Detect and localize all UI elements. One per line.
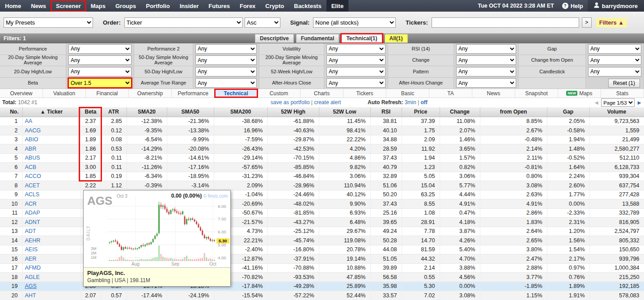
order-direction-select[interactable]: Asc [245, 17, 280, 28]
ticker-link-afmd[interactable]: AFMD [25, 265, 41, 271]
col-header-change[interactable]: Change [440, 107, 480, 117]
col-header-atr[interactable]: ATR [101, 107, 127, 117]
filter-select-rsi-14-[interactable]: Any [456, 44, 516, 54]
ticker-link-adap[interactable]: ADAP [25, 210, 40, 216]
col-header-price[interactable]: Price [402, 107, 440, 117]
ticker-link-acr[interactable]: ACR [25, 201, 37, 207]
ticker-link-aer[interactable]: AER [25, 256, 37, 262]
view-tab-valuation[interactable]: Valuation [43, 89, 86, 97]
ticker-link-acls[interactable]: ACLS [25, 191, 40, 198]
nav-item-insider[interactable]: Insider [175, 0, 204, 12]
view-tab-stats[interactable]: Stats [601, 89, 644, 97]
view-tab-tickers[interactable]: Tickers [343, 89, 386, 97]
ticker-link-adt[interactable]: ADT [25, 228, 36, 234]
col-header-sma200[interactable]: SMA200 [214, 107, 267, 117]
ticker-link-ags[interactable]: AGS [25, 283, 37, 289]
ticker-link-abus[interactable]: ABUS [25, 155, 40, 161]
filter-select-performance-2[interactable]: Any [195, 44, 257, 54]
view-tab-financial[interactable]: Financial [86, 89, 129, 97]
view-tab-maps[interactable]: NEWMaps [558, 89, 601, 97]
tickers-submit-button[interactable]: > [582, 17, 592, 28]
col-header-52w-high[interactable]: 52W High [267, 107, 319, 117]
filter-tab-fundamental[interactable]: Fundamental [296, 34, 339, 43]
filters-toggle[interactable]: Filters ▲ [596, 18, 627, 27]
user-menu[interactable]: barrydmoore [588, 0, 644, 12]
ticker-link-aacg[interactable]: AACG [25, 127, 41, 134]
nav-item-maps[interactable]: Maps [86, 0, 110, 12]
ticker-link-abr[interactable]: ABR [25, 146, 37, 152]
filter-select-52-week-high-low[interactable]: Any [326, 67, 386, 76]
view-tab-ownership[interactable]: Ownership [129, 89, 172, 97]
page-select[interactable]: Page 1/53 [601, 98, 635, 107]
col-header-rsi[interactable]: RSI [370, 107, 402, 117]
nav-item-backtests[interactable]: Backtests [289, 0, 326, 12]
col-header-from-open[interactable]: from Open [480, 107, 547, 117]
nav-item-forex[interactable]: Forex [235, 0, 260, 12]
col-header-sma20[interactable]: SMA20 [127, 107, 167, 117]
ticker-link-acco[interactable]: ACCO [25, 173, 41, 179]
filter-tab-descriptive[interactable]: Descriptive [255, 34, 294, 43]
ticker-link-acet[interactable]: ACET [25, 182, 40, 189]
view-tab-snapshot[interactable]: Snapshot [515, 89, 558, 97]
filter-select-20-day-simple-moving-average[interactable]: Any [68, 55, 131, 65]
view-tab-charts[interactable]: Charts [301, 89, 343, 97]
ticker-link-acb[interactable]: ACB [25, 164, 37, 170]
filter-select-after-hours-close[interactable]: Any [326, 78, 386, 88]
ticker-link-aht[interactable]: AHT [25, 292, 36, 299]
col-header-no-[interactable]: No. [0, 107, 22, 117]
filter-select-change[interactable]: Any [456, 55, 516, 65]
filter-select-beta[interactable]: Over 1.5 [68, 78, 131, 88]
view-tab-custom[interactable]: Custom [258, 89, 301, 97]
view-tab-news[interactable]: News [472, 89, 515, 97]
ticker-link-aa[interactable]: AA [25, 118, 33, 124]
filter-select-volatility[interactable]: Any [326, 44, 386, 54]
save-as-portfolio-link[interactable]: save as portfolio [271, 99, 309, 106]
auto-refresh-off-link[interactable]: off [421, 99, 428, 106]
col-header-52w-low[interactable]: 52W Low [319, 107, 370, 117]
presets-select[interactable]: My Presets [4, 17, 93, 28]
col-header-ticker[interactable]: ▲ Ticker [22, 107, 80, 117]
nav-item-futures[interactable]: Futures [203, 0, 235, 12]
nav-item-portfolio[interactable]: Portfolio [141, 0, 174, 12]
view-tab-performance[interactable]: Performance [172, 89, 215, 97]
filter-select-20-day-high-low[interactable]: Any [68, 67, 131, 76]
view-tab-overview[interactable]: Overview [0, 89, 43, 97]
signal-select[interactable]: None (all stocks) [313, 17, 396, 28]
nav-item-news[interactable]: News [26, 0, 51, 12]
ticker-link-aeis[interactable]: AEIS [25, 246, 38, 253]
view-tab-technical[interactable]: Technical [215, 89, 258, 97]
ticker-link-adnt[interactable]: ADNT [25, 219, 40, 225]
help-button[interactable]: ? Help [558, 0, 588, 12]
col-header-sma50[interactable]: SMA50 [167, 107, 214, 117]
prev-page-arrow[interactable]: ◄ [593, 99, 599, 106]
filter-select-200-day-simple-moving-average[interactable]: Any [326, 55, 386, 65]
order-select[interactable]: Ticker [124, 17, 243, 28]
filter-select-50-day-simple-moving-average[interactable]: Any [195, 55, 257, 65]
col-header-gap[interactable]: Gap [547, 107, 589, 117]
create-alert-link[interactable]: create alert [314, 99, 341, 106]
view-tab-ta[interactable]: TA [429, 89, 472, 97]
next-page-arrow[interactable]: ► [636, 99, 642, 106]
filter-tab-technical-1-[interactable]: Technical(1) [341, 34, 382, 43]
filter-select-after-hours-change[interactable]: Any [456, 78, 516, 88]
ticker-link-aehr[interactable]: AEHR [25, 237, 41, 244]
nav-item-elite[interactable]: Elite [326, 0, 348, 12]
auto-refresh-interval-link[interactable]: 3min [405, 99, 416, 106]
tickers-input[interactable] [432, 17, 579, 28]
filter-select-50-day-high-low[interactable]: Any [195, 67, 257, 76]
nav-item-home[interactable]: Home [0, 0, 26, 12]
filter-select-average-true-range[interactable]: Any [195, 78, 257, 88]
ticker-link-agle[interactable]: AGLE [25, 274, 40, 280]
nav-item-screener[interactable]: Screener [51, 0, 86, 12]
col-header-beta[interactable]: Beta [80, 107, 101, 117]
filter-tab-all-1-[interactable]: All(1) [385, 34, 408, 43]
filter-select-candlestick[interactable]: Any [588, 67, 641, 76]
nav-item-groups[interactable]: Groups [110, 0, 141, 12]
filter-select-performance[interactable]: Any [68, 44, 131, 54]
reset-filters-button[interactable]: Reset (1) [608, 79, 640, 88]
filter-select-pattern[interactable]: Any [456, 67, 516, 76]
filter-select-gap[interactable]: Any [588, 44, 641, 54]
nav-item-crypto[interactable]: Crypto [260, 0, 289, 12]
ticker-link-abio[interactable]: ABIO [25, 136, 38, 143]
filter-select-change-from-open[interactable]: Any [588, 55, 641, 65]
